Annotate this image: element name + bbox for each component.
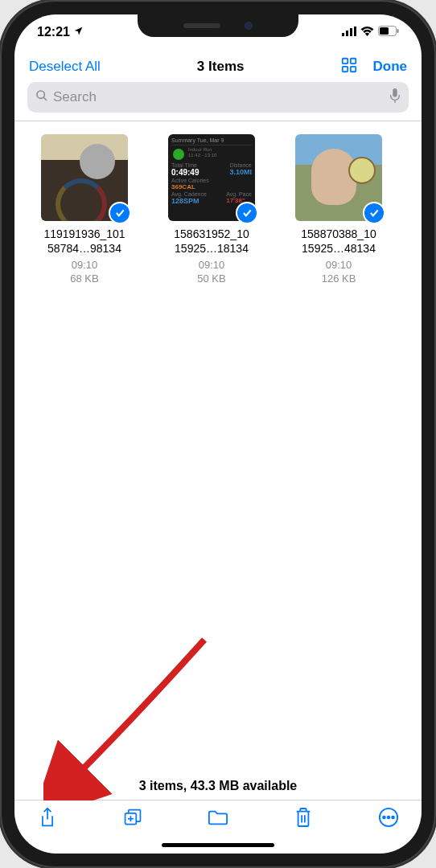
done-button[interactable]: Done (372, 59, 407, 75)
home-indicator[interactable] (162, 843, 274, 847)
svg-point-11 (37, 91, 44, 98)
svg-rect-5 (380, 27, 389, 35)
file-item[interactable]: 158870388_1015925…48134 09:10126 KB (286, 134, 391, 286)
file-meta: 09:1050 KB (197, 258, 225, 286)
page-title: 3 Items (197, 59, 245, 75)
svg-rect-13 (393, 88, 397, 97)
svg-rect-8 (351, 59, 356, 63)
svg-line-12 (43, 97, 47, 100)
file-name: 158870388_1015925…48134 (282, 227, 395, 256)
file-item[interactable]: Summary Tue, Mar 9 Indoor Run11:42 - 13:… (159, 134, 264, 286)
selection-checkmark-icon (363, 202, 385, 224)
svg-point-20 (392, 817, 394, 819)
svg-point-19 (388, 817, 390, 819)
file-item[interactable]: 119191936_10158784…98134 09:1068 KB (32, 134, 137, 286)
svg-rect-9 (343, 67, 348, 72)
status-time: 12:21 (37, 25, 70, 39)
bottom-toolbar (14, 800, 422, 836)
svg-rect-6 (397, 29, 399, 33)
deselect-all-button[interactable]: Deselect All (29, 59, 101, 75)
svg-rect-1 (346, 31, 348, 36)
file-grid: 119191936_10158784…98134 09:1068 KB Summ… (14, 121, 422, 769)
search-icon (35, 89, 48, 105)
signal-icon (342, 25, 356, 39)
duplicate-button[interactable] (122, 807, 143, 828)
search-placeholder: Search (53, 89, 385, 105)
search-input[interactable]: Search (27, 82, 409, 113)
svg-point-18 (383, 817, 385, 819)
selection-checkmark-icon (109, 202, 131, 224)
view-mode-button[interactable] (340, 56, 358, 77)
location-icon (73, 26, 84, 39)
svg-rect-7 (343, 59, 348, 63)
file-name: 119191936_10158784…98134 (28, 227, 141, 256)
storage-summary: 3 items, 43.3 MB available (14, 769, 422, 800)
more-button[interactable] (378, 807, 399, 828)
move-button[interactable] (208, 807, 228, 828)
wifi-icon (360, 25, 374, 39)
file-meta: 09:1068 KB (70, 258, 98, 286)
svg-rect-3 (354, 27, 356, 36)
file-name: 158631952_1015925…18134 (155, 227, 268, 256)
share-button[interactable] (37, 807, 58, 828)
navigation-bar: Deselect All 3 Items Done (14, 50, 422, 82)
battery-icon (378, 25, 399, 39)
delete-button[interactable] (293, 807, 314, 828)
dictation-icon[interactable] (389, 88, 401, 106)
svg-rect-10 (351, 67, 356, 72)
svg-rect-2 (350, 28, 352, 36)
file-meta: 09:10126 KB (322, 258, 356, 286)
selection-checkmark-icon (236, 202, 258, 224)
svg-rect-0 (342, 33, 344, 36)
